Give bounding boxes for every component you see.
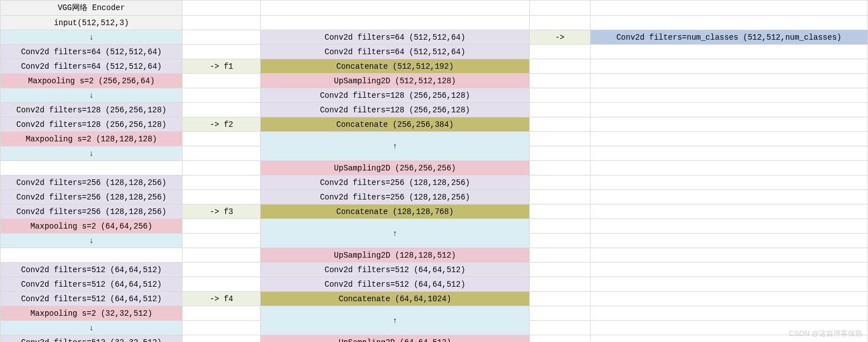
cell-b bbox=[183, 277, 261, 292]
cell-c: Concatenate (128,128,768) bbox=[261, 205, 530, 219]
cell-d bbox=[529, 263, 590, 277]
table-row: input(512,512,3) bbox=[1, 16, 868, 30]
cell-a: Conv2d filters=64 (512,512,64) bbox=[1, 59, 183, 74]
cell-c: Conv2d filters=256 (128,128,256) bbox=[261, 190, 530, 205]
cell-c: Conv2d filters=256 (128,128,256) bbox=[261, 175, 530, 190]
cell-b: -> f4 bbox=[183, 292, 261, 306]
table-row: ↓Conv2d filters=64 (512,512,64)->Conv2d … bbox=[1, 30, 868, 45]
cell-e bbox=[590, 321, 867, 335]
cell-b bbox=[183, 74, 261, 88]
cell-b bbox=[183, 175, 261, 190]
cell-c: UpSampling2D (64,64,512) bbox=[261, 335, 530, 343]
cell-d bbox=[529, 132, 590, 146]
table-row: Conv2d filters=256 (128,128,256)Conv2d f… bbox=[1, 175, 868, 190]
cell-b bbox=[183, 146, 261, 161]
cell-e bbox=[590, 117, 867, 132]
cell-d bbox=[529, 335, 590, 343]
cell-c: Concatenate (256,256,384) bbox=[261, 117, 530, 132]
cell-b: -> f1 bbox=[183, 59, 261, 74]
cell-d bbox=[529, 161, 590, 175]
cell-d bbox=[529, 321, 590, 335]
table-row: Conv2d filters=128 (256,256,128)Conv2d f… bbox=[1, 103, 868, 117]
cell-a: Maxpooling s=2 (64,64,256) bbox=[1, 219, 183, 234]
architecture-table: VGG网络 Encoderinput(512,512,3)↓Conv2d fil… bbox=[0, 0, 868, 342]
table-row: Conv2d filters=512 (64,64,512)Conv2d fil… bbox=[1, 277, 868, 292]
cell-b bbox=[183, 335, 261, 343]
cell-a: Conv2d filters=128 (256,256,128) bbox=[1, 117, 183, 132]
cell-c bbox=[261, 16, 530, 30]
cell-b bbox=[183, 161, 261, 175]
table-row: Conv2d filters=64 (512,512,64)Conv2d fil… bbox=[1, 45, 868, 59]
cell-a: ↓ bbox=[1, 30, 183, 45]
cell-a: Maxpooling s=2 (256,256,64) bbox=[1, 74, 183, 88]
cell-e bbox=[590, 292, 867, 306]
cell-b: -> f2 bbox=[183, 117, 261, 132]
cell-a: Conv2d filters=512 (64,64,512) bbox=[1, 277, 183, 292]
cell-e bbox=[590, 88, 867, 103]
cell-a: input(512,512,3) bbox=[1, 16, 183, 30]
cell-b bbox=[183, 248, 261, 263]
cell-d bbox=[529, 1, 590, 16]
cell-a: ↓ bbox=[1, 321, 183, 335]
cell-c: Concatenate (64,64,1024) bbox=[261, 292, 530, 306]
cell-e bbox=[590, 219, 867, 234]
table-row: Conv2d filters=128 (256,256,128)-> f2Con… bbox=[1, 117, 868, 132]
cell-e bbox=[590, 306, 867, 321]
cell-d bbox=[529, 88, 590, 103]
cell-a: Conv2d filters=512 (64,64,512) bbox=[1, 292, 183, 306]
cell-e bbox=[590, 59, 867, 74]
cell-b bbox=[183, 234, 261, 248]
cell-c: Conv2d filters=512 (64,64,512) bbox=[261, 263, 530, 277]
cell-b bbox=[183, 45, 261, 59]
cell-c: UpSampling2D (512,512,128) bbox=[261, 74, 530, 88]
cell-c: Conv2d filters=64 (512,512,64) bbox=[261, 30, 530, 45]
cell-e bbox=[590, 335, 867, 343]
cell-c bbox=[261, 1, 530, 16]
cell-a: Conv2d filters=64 (512,512,64) bbox=[1, 45, 183, 59]
cell-a: Conv2d filters=256 (128,128,256) bbox=[1, 175, 183, 190]
table-row: UpSampling2D (256,256,256) bbox=[1, 161, 868, 175]
cell-e bbox=[590, 45, 867, 59]
cell-e bbox=[590, 263, 867, 277]
cell-a: VGG网络 Encoder bbox=[1, 1, 183, 16]
table-row: Maxpooling s=2 (128,128,128)↑ bbox=[1, 132, 868, 146]
cell-d bbox=[529, 16, 590, 30]
cell-d bbox=[529, 248, 590, 263]
cell-e bbox=[590, 103, 867, 117]
cell-a: Conv2d filters=256 (128,128,256) bbox=[1, 205, 183, 219]
cell-a: Maxpooling s=2 (32,32,512) bbox=[1, 306, 183, 321]
cell-c: ↑ bbox=[261, 132, 530, 161]
cell-c: Conv2d filters=512 (64,64,512) bbox=[261, 277, 530, 292]
cell-d bbox=[529, 74, 590, 88]
cell-e bbox=[590, 205, 867, 219]
table-row: Maxpooling s=2 (256,256,64)UpSampling2D … bbox=[1, 74, 868, 88]
cell-b bbox=[183, 103, 261, 117]
cell-b bbox=[183, 263, 261, 277]
cell-e bbox=[590, 74, 867, 88]
table-row: Conv2d filters=512 (64,64,512)-> f4Conca… bbox=[1, 292, 868, 306]
cell-c: UpSampling2D (256,256,256) bbox=[261, 161, 530, 175]
cell-a: Maxpooling s=2 (128,128,128) bbox=[1, 132, 183, 146]
table-row: Maxpooling s=2 (64,64,256)↑ bbox=[1, 219, 868, 234]
cell-d bbox=[529, 175, 590, 190]
cell-e bbox=[590, 234, 867, 248]
cell-d bbox=[529, 292, 590, 306]
cell-e bbox=[590, 146, 867, 161]
cell-b: -> f3 bbox=[183, 205, 261, 219]
cell-b bbox=[183, 132, 261, 146]
table-row: Maxpooling s=2 (32,32,512)↑ bbox=[1, 306, 868, 321]
cell-c: ↑ bbox=[261, 219, 530, 248]
cell-b bbox=[183, 16, 261, 30]
table-row: Conv2d filters=256 (128,128,256)-> f3Con… bbox=[1, 205, 868, 219]
cell-a: ↓ bbox=[1, 234, 183, 248]
cell-e bbox=[590, 16, 867, 30]
cell-e: Conv2d filters=num_classes (512,512,num_… bbox=[590, 30, 867, 45]
cell-d bbox=[529, 117, 590, 132]
cell-d bbox=[529, 190, 590, 205]
cell-e bbox=[590, 175, 867, 190]
cell-b bbox=[183, 321, 261, 335]
table-row: Conv2d filters=512 (32,32,512)UpSampling… bbox=[1, 335, 868, 343]
cell-e bbox=[590, 248, 867, 263]
cell-c: ↑ bbox=[261, 306, 530, 335]
table-row: Conv2d filters=256 (128,128,256)Conv2d f… bbox=[1, 190, 868, 205]
